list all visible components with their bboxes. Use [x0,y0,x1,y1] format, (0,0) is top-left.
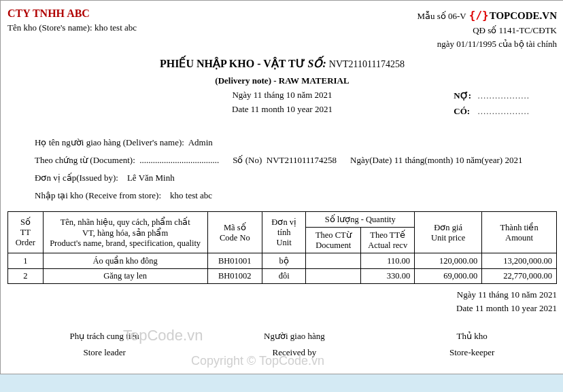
logo-text: TOPCODE.VN [490,8,557,24]
items-table: SốTTOrder Tên, nhãn hiệu, quy cách, phẩm… [7,211,557,284]
cell-price: 69,000.00 [415,269,482,284]
th-code: Mã sốCode No [207,212,262,253]
table-row: 2Găng tay lenBH01002đôi330.0069,000.0022… [8,269,557,284]
footer-date-vn: Ngày 11 tháng 10 năm 2021 [7,288,557,302]
th-qty-doc: Theo CTừDocument [306,228,361,253]
issuedby-label: Đơn vị cấp(Issued by): [35,173,118,183]
deliverer: Admin [188,137,213,147]
info-block: Họ tên người giao hàng (Deliver's name):… [35,134,557,204]
th-amount: Thành tiềnAmount [482,212,557,253]
issue-line: ngày 01/11/1995 của bộ tài chính [417,37,557,51]
document-dots: .................................... [139,155,219,165]
cell-order: 2 [8,269,44,284]
title-number: NVT211011174258 [329,59,405,69]
subtitle: (Delivery note) - RAW MATERIAL [215,75,349,86]
cell-name: Áo quần kho đông [43,253,207,269]
footer-date-en: Date 11 month 10 year 2021 [7,302,557,315]
recvstore: kho test abc [170,190,212,200]
header-bar: CTY TNHH ABC Tên kho (Store's name): kho… [7,7,557,50]
cell-qact: 330.00 [361,269,415,284]
cell-unit: bộ [262,253,306,269]
no-label: NỢ: [454,88,475,103]
th-qty-act: Theo TTếActual recv [361,228,415,253]
cell-code: BH01002 [207,269,262,284]
sono-label: Số (No) [233,155,262,165]
company-name: CTY TNHH ABC [7,7,137,20]
document-label: Theo chứng từ (Document): [35,155,135,165]
co-dots: .................. [478,106,530,116]
logo-icon: {/} [469,7,489,24]
cell-qact: 110.00 [361,253,415,269]
deliverer-label: Họ tên người giao hàng (Deliver's name): [35,137,184,147]
doc-title: PHIẾU NHẬP KHO - VẬT TƯ SỐ: NVT211011174… [7,57,557,70]
th-order: SốTTOrder [8,212,44,253]
sign3-vn: Thủ kho [449,328,494,344]
sign3-en: Store-keeper [449,344,494,360]
th-qty-group: Số lượng - Quantity [306,212,415,228]
cell-name: Găng tay len [43,269,207,284]
recvstore-label: Nhập tại kho (Receive from store): [35,190,161,200]
th-price: Đơn giáUnit price [415,212,482,253]
document-page: CTY TNHH ABC Tên kho (Store's name): kho… [0,0,563,374]
issuedby: Lê Văn Minh [127,173,175,183]
cell-qdoc [306,269,361,284]
title-main: PHIẾU NHẬP KHO - VẬT TƯ [160,58,305,69]
sono: NVT211011174258 [267,155,337,165]
header-right: Mẫu số 06-V {/} TOPCODE.VN QĐ số 1141-TC… [417,7,557,50]
cell-amount: 13,200,000.00 [482,253,557,269]
sign2-en: Received by [264,344,325,360]
store-name: kho test abc [95,22,137,33]
footer-dates: Ngày 11 tháng 10 năm 2021 Date 11 month … [7,288,557,315]
form-no: Mẫu số 06-V [417,11,466,21]
logo: {/} TOPCODE.VN [468,7,557,24]
table-row: 1Áo quần kho đôngBH01001bộ110.00120,000.… [8,253,557,269]
signatures: Phụ trách cung tiêu Store leader Người g… [7,328,557,360]
sign2-vn: Người giao hàng [264,328,325,344]
no-dots: .................. [478,90,530,101]
co-label: CÓ: [454,103,475,119]
th-name: Tên, nhãn hiệu, quy cách, phẩm chấtVT, h… [43,212,207,253]
sign1-en: Store leader [70,344,139,360]
cell-unit: đôi [262,269,306,284]
th-unit: Đơn vịtínhUnit [262,212,306,253]
cell-amount: 22,770,000.00 [482,269,557,284]
store-label: Tên kho (Store's name): [7,22,92,33]
cell-order: 1 [8,253,44,269]
debit-credit: NỢ: .................. CÓ: .............… [454,88,530,120]
store-line: Tên kho (Store's name): kho test abc [7,22,137,33]
cell-qdoc [306,253,361,269]
cell-code: BH01001 [207,253,262,269]
cell-price: 120,000.00 [415,253,482,269]
title-so-label: SỐ: [308,58,326,69]
doc-date: Ngày(Date) 11 tháng(month) 10 năm(year) … [350,152,522,169]
decision: QĐ số 1141-TC/CĐTK [417,24,557,37]
sign1-vn: Phụ trách cung tiêu [70,328,139,344]
